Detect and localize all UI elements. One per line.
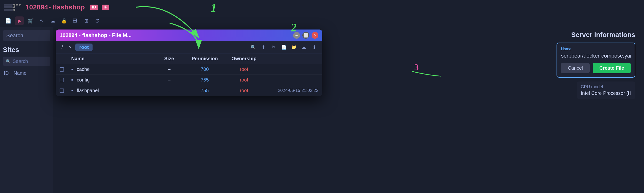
row-date-2: 2024-06-15 21:02:22 bbox=[265, 88, 318, 93]
fm-title: 102894 - flashshop - File M... bbox=[60, 32, 291, 38]
badge-id[interactable]: ID bbox=[90, 4, 98, 10]
row-own-0: root bbox=[226, 66, 262, 72]
badge-ip[interactable]: IP bbox=[102, 4, 109, 10]
sidebar-sites-search-input[interactable] bbox=[12, 58, 48, 64]
row-own-2: root bbox=[226, 88, 262, 93]
table-row[interactable]: ▪ .cache – 700 root bbox=[56, 64, 322, 75]
fm-maximize-button[interactable]: ⬜ bbox=[302, 32, 309, 39]
sidebar-table-header: ID Name bbox=[3, 69, 50, 77]
fm-upload-icon[interactable]: ⬆ bbox=[259, 43, 268, 51]
toolbar-cursor-icon[interactable]: ↖ bbox=[37, 16, 46, 25]
fm-col-own-header: Ownership bbox=[226, 56, 262, 61]
fm-new-file-icon[interactable]: 📄 bbox=[280, 43, 288, 51]
toolbar-grid-icon[interactable]: ⊞ bbox=[82, 16, 90, 25]
right-panel: Server Informations Name Cancel Create F… bbox=[329, 27, 644, 103]
row-checkbox-1[interactable] bbox=[60, 78, 64, 82]
folder-icon-1: ▪ bbox=[71, 77, 73, 83]
row-perm-0: 700 bbox=[186, 66, 223, 72]
toolbar-clock-icon[interactable]: ⏱ bbox=[93, 16, 102, 25]
cpu-info-value: Intel Core Processor (H bbox=[581, 90, 632, 96]
fm-search-icon[interactable]: 🔍 bbox=[249, 43, 257, 51]
toolbar-terminal-icon[interactable]: ▶ bbox=[15, 16, 24, 25]
fm-col-size-header: Size bbox=[154, 56, 184, 61]
toolbar-lock-icon[interactable]: 🔒 bbox=[60, 16, 68, 25]
fm-upload-cloud-icon[interactable]: ☁ bbox=[300, 43, 308, 51]
cpu-info-box: CPU model Intel Core Processor (H bbox=[577, 81, 635, 99]
fm-new-folder-icon[interactable]: 📁 bbox=[290, 43, 298, 51]
row-size-0: – bbox=[154, 66, 184, 72]
row-size-1: – bbox=[154, 77, 184, 83]
sidebar: Search Sites 🔍 ID Name bbox=[0, 27, 53, 193]
fm-path-root[interactable]: / bbox=[60, 43, 65, 51]
create-file-buttons: Cancel Create File bbox=[561, 63, 631, 73]
server-info-title: Server Informations bbox=[333, 31, 640, 39]
top-bar: 102894 - flashshop ID IP bbox=[0, 0, 644, 14]
fm-close-button[interactable]: ✕ bbox=[312, 32, 318, 39]
cpu-info-label: CPU model bbox=[581, 84, 632, 89]
row-name-2: .flashpanel bbox=[75, 88, 99, 93]
row-name-0: .cache bbox=[75, 66, 90, 72]
row-size-2: – bbox=[154, 88, 184, 93]
sidebar-col-id: ID bbox=[4, 70, 9, 76]
create-file-panel: Name Cancel Create File bbox=[556, 42, 635, 78]
toolbar-file-icon[interactable]: 📄 bbox=[4, 16, 12, 25]
create-file-name-label: Name bbox=[561, 47, 631, 51]
fm-refresh-icon[interactable]: ↻ bbox=[270, 43, 278, 51]
fm-toolbar: / > root 🔍 ⬆ ↻ 📄 📁 ☁ ℹ bbox=[56, 41, 322, 53]
row-perm-1: 755 bbox=[186, 77, 223, 83]
row-own-1: root bbox=[226, 77, 262, 83]
folder-icon-2: ▪ bbox=[71, 88, 73, 93]
fm-col-name-header: Name bbox=[71, 56, 152, 61]
row-name-1: .config bbox=[75, 77, 90, 83]
toolbar-cart-icon[interactable]: 🛒 bbox=[26, 16, 35, 25]
row-checkbox-0[interactable] bbox=[60, 67, 64, 72]
sidebar-sites-label: Sites bbox=[3, 46, 50, 54]
folder-icon-0: ▪ bbox=[71, 66, 73, 72]
create-file-name-input[interactable] bbox=[561, 53, 631, 59]
create-file-button[interactable]: Create File bbox=[593, 63, 631, 73]
fm-titlebar: 102894 - flashshop - File M... – ⬜ ✕ bbox=[56, 29, 322, 41]
toolbar-film-icon[interactable]: 🎞 bbox=[71, 16, 80, 25]
fm-path-separator: > bbox=[67, 43, 74, 51]
server-name: - flashshop bbox=[48, 3, 84, 11]
fm-info-icon[interactable]: ℹ bbox=[310, 43, 318, 51]
sidebar-sites-search-box[interactable]: 🔍 bbox=[3, 57, 50, 66]
sidebar-col-name: Name bbox=[14, 70, 26, 76]
toolbar-upload-icon[interactable]: ☁ bbox=[48, 16, 57, 25]
server-stack-icon bbox=[4, 4, 20, 11]
row-perm-2: 755 bbox=[186, 88, 223, 93]
main-layout: Search Sites 🔍 ID Name 102894 - flashsho… bbox=[0, 27, 644, 193]
sidebar-top-search[interactable]: Search bbox=[3, 30, 50, 41]
file-manager-modal: 102894 - flashshop - File M... – ⬜ ✕ / >… bbox=[56, 29, 322, 96]
fm-col-perm-header: Permission bbox=[186, 56, 223, 61]
fm-minimize-button[interactable]: – bbox=[293, 32, 300, 39]
table-row[interactable]: ▪ .flashpanel – 755 root 2024-06-15 21:0… bbox=[56, 85, 322, 96]
cancel-button[interactable]: Cancel bbox=[561, 63, 590, 73]
fm-table-header: Name Size Permission Ownership bbox=[56, 53, 322, 64]
toolbar: 📄 ▶ 🛒 ↖ ☁ 🔒 🎞 ⊞ ⏱ bbox=[0, 14, 644, 27]
sidebar-search-icon: 🔍 bbox=[6, 59, 11, 64]
fm-path-current[interactable]: root bbox=[75, 43, 92, 51]
row-checkbox-2[interactable] bbox=[60, 89, 64, 93]
server-title: 102894 bbox=[26, 3, 48, 11]
table-row[interactable]: ▪ .config – 755 root bbox=[56, 75, 322, 85]
